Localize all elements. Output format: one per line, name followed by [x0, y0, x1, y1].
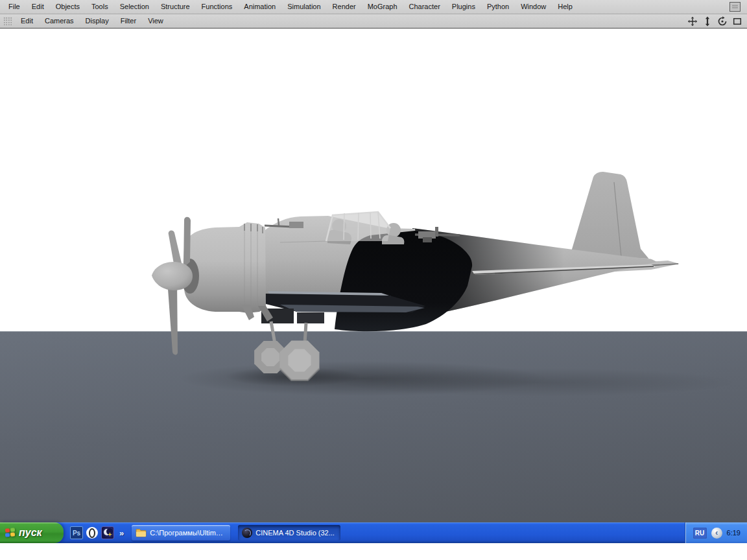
menu-item-structure[interactable]: Structure [155, 0, 196, 14]
maximize-view-icon[interactable] [731, 16, 742, 27]
menu-item-mograph[interactable]: MoGraph [362, 0, 403, 14]
toolbar-grip-icon[interactable] [3, 17, 12, 25]
cinema4d-icon [242, 528, 252, 538]
rear-gun-magazine [435, 227, 438, 237]
rotate-icon[interactable] [717, 16, 728, 27]
taskbar-button-cinema4d[interactable]: CINEMA 4D Studio (32... [238, 525, 340, 541]
menu-item-edit[interactable]: Edit [26, 0, 50, 14]
viewport-menu-edit[interactable]: Edit [15, 14, 39, 28]
zoom-icon[interactable] [702, 16, 713, 27]
quick-launch-overflow-chevron[interactable]: » [119, 528, 124, 538]
viewport-3d[interactable] [0, 29, 747, 522]
viewport-toolbar: Edit Cameras Display Filter View [0, 14, 747, 29]
photoshop-icon[interactable]: Ps [70, 526, 83, 539]
moon-app-icon[interactable] [101, 526, 114, 539]
aircraft-shadow-far [337, 368, 739, 397]
menu-item-character[interactable]: Character [403, 0, 446, 14]
menu-item-help[interactable]: Help [552, 0, 578, 14]
airplane-model [0, 29, 747, 522]
menu-bar: File Edit Objects Tools Selection Struct… [0, 0, 747, 14]
tray-ball-icon[interactable]: ‹ [711, 528, 722, 539]
cowl-flap-ring [239, 222, 266, 313]
menu-item-simulation[interactable]: Simulation [281, 0, 326, 14]
taskbar-clock[interactable]: 6:19 [727, 529, 741, 537]
menu-item-selection[interactable]: Selection [114, 0, 155, 14]
windows-flag-icon [5, 528, 15, 538]
desktop-screen: File Edit Objects Tools Selection Struct… [0, 0, 747, 560]
gear-fairing-right [297, 312, 324, 323]
viewport-menu-display[interactable]: Display [80, 14, 115, 28]
taskbar: пуск Ps » C:\Программы\Ultimat... CINEMA… [0, 522, 747, 543]
menu-item-objects[interactable]: Objects [50, 0, 86, 14]
move-icon[interactable] [687, 16, 698, 27]
wheel-right-hub [288, 349, 311, 371]
taskbar-button-label: C:\Программы\Ultimat... [150, 529, 226, 537]
menu-item-python[interactable]: Python [481, 0, 515, 14]
front-gun-barrel [265, 226, 293, 227]
layout-window-icon[interactable] [729, 2, 741, 12]
menu-item-render[interactable]: Render [327, 0, 362, 14]
wheel-left-hub [261, 348, 279, 366]
menu-item-plugins[interactable]: Plugins [446, 0, 481, 14]
front-gun-breech [289, 222, 303, 228]
taskbar-button-label: CINEMA 4D Studio (32... [255, 529, 335, 537]
menu-item-functions[interactable]: Functions [196, 0, 239, 14]
propeller-spinner [152, 262, 193, 290]
viewport-menu-view[interactable]: View [142, 14, 169, 28]
system-tray: RU ‹ 6:19 [685, 522, 747, 543]
circle-app-icon[interactable] [86, 527, 98, 539]
language-indicator[interactable]: RU [693, 528, 707, 539]
propeller-blade-lower [167, 280, 178, 355]
menu-item-file[interactable]: File [3, 0, 26, 14]
menu-item-tools[interactable]: Tools [86, 0, 114, 14]
screenshot-bottom-margin [0, 543, 747, 560]
menu-item-window[interactable]: Window [515, 0, 552, 14]
propeller-blade-upper-right [184, 217, 191, 268]
quick-launch-bar: Ps » [70, 526, 124, 539]
start-button[interactable]: пуск [0, 522, 64, 543]
folder-icon [136, 528, 147, 537]
viewport-menu-cameras[interactable]: Cameras [39, 14, 80, 28]
rear-gun-mount [423, 237, 432, 242]
start-button-label: пуск [19, 527, 42, 539]
viewport-menu-filter[interactable]: Filter [115, 14, 142, 28]
taskbar-button-folder[interactable]: C:\Программы\Ultimat... [132, 525, 230, 541]
port-wing-black [335, 231, 472, 331]
task-buttons: C:\Программы\Ultimat... CINEMA 4D Studio… [132, 525, 340, 541]
menu-item-animation[interactable]: Animation [238, 0, 281, 14]
